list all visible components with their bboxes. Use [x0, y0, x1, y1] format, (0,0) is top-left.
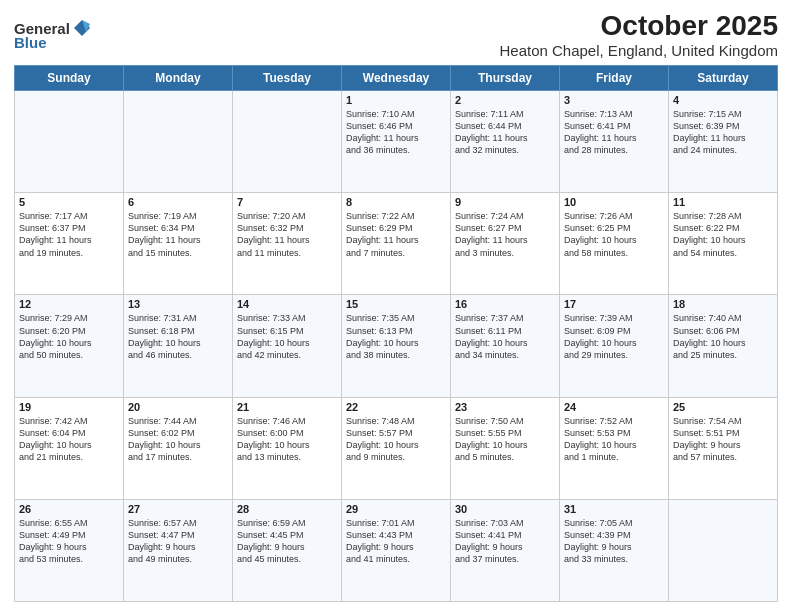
day-info: Sunrise: 7:33 AM Sunset: 6:15 PM Dayligh…	[237, 312, 337, 361]
day-number: 29	[346, 503, 446, 515]
header-monday: Monday	[124, 66, 233, 91]
day-info: Sunrise: 7:20 AM Sunset: 6:32 PM Dayligh…	[237, 210, 337, 259]
day-number: 15	[346, 298, 446, 310]
day-number: 28	[237, 503, 337, 515]
table-row: 13Sunrise: 7:31 AM Sunset: 6:18 PM Dayli…	[124, 295, 233, 397]
table-row: 17Sunrise: 7:39 AM Sunset: 6:09 PM Dayli…	[560, 295, 669, 397]
day-info: Sunrise: 7:03 AM Sunset: 4:41 PM Dayligh…	[455, 517, 555, 566]
day-number: 10	[564, 196, 664, 208]
week-row-1: 5Sunrise: 7:17 AM Sunset: 6:37 PM Daylig…	[15, 193, 778, 295]
day-info: Sunrise: 7:37 AM Sunset: 6:11 PM Dayligh…	[455, 312, 555, 361]
day-info: Sunrise: 7:31 AM Sunset: 6:18 PM Dayligh…	[128, 312, 228, 361]
table-row: 15Sunrise: 7:35 AM Sunset: 6:13 PM Dayli…	[342, 295, 451, 397]
day-info: Sunrise: 7:46 AM Sunset: 6:00 PM Dayligh…	[237, 415, 337, 464]
day-number: 22	[346, 401, 446, 413]
table-row: 12Sunrise: 7:29 AM Sunset: 6:20 PM Dayli…	[15, 295, 124, 397]
day-info: Sunrise: 7:50 AM Sunset: 5:55 PM Dayligh…	[455, 415, 555, 464]
table-row: 11Sunrise: 7:28 AM Sunset: 6:22 PM Dayli…	[669, 193, 778, 295]
table-row: 24Sunrise: 7:52 AM Sunset: 5:53 PM Dayli…	[560, 397, 669, 499]
day-info: Sunrise: 7:26 AM Sunset: 6:25 PM Dayligh…	[564, 210, 664, 259]
table-row: 28Sunrise: 6:59 AM Sunset: 4:45 PM Dayli…	[233, 499, 342, 601]
day-number: 27	[128, 503, 228, 515]
table-row: 3Sunrise: 7:13 AM Sunset: 6:41 PM Daylig…	[560, 91, 669, 193]
day-info: Sunrise: 7:19 AM Sunset: 6:34 PM Dayligh…	[128, 210, 228, 259]
table-row: 31Sunrise: 7:05 AM Sunset: 4:39 PM Dayli…	[560, 499, 669, 601]
table-row: 9Sunrise: 7:24 AM Sunset: 6:27 PM Daylig…	[451, 193, 560, 295]
table-row: 7Sunrise: 7:20 AM Sunset: 6:32 PM Daylig…	[233, 193, 342, 295]
table-row	[233, 91, 342, 193]
day-info: Sunrise: 6:57 AM Sunset: 4:47 PM Dayligh…	[128, 517, 228, 566]
header-saturday: Saturday	[669, 66, 778, 91]
table-row: 5Sunrise: 7:17 AM Sunset: 6:37 PM Daylig…	[15, 193, 124, 295]
table-row: 26Sunrise: 6:55 AM Sunset: 4:49 PM Dayli…	[15, 499, 124, 601]
day-number: 14	[237, 298, 337, 310]
day-info: Sunrise: 7:39 AM Sunset: 6:09 PM Dayligh…	[564, 312, 664, 361]
table-row: 16Sunrise: 7:37 AM Sunset: 6:11 PM Dayli…	[451, 295, 560, 397]
day-number: 16	[455, 298, 555, 310]
day-number: 9	[455, 196, 555, 208]
day-info: Sunrise: 7:15 AM Sunset: 6:39 PM Dayligh…	[673, 108, 773, 157]
table-row: 8Sunrise: 7:22 AM Sunset: 6:29 PM Daylig…	[342, 193, 451, 295]
day-number: 1	[346, 94, 446, 106]
day-number: 31	[564, 503, 664, 515]
page-title: October 2025	[499, 10, 778, 42]
header-friday: Friday	[560, 66, 669, 91]
day-info: Sunrise: 7:28 AM Sunset: 6:22 PM Dayligh…	[673, 210, 773, 259]
day-number: 13	[128, 298, 228, 310]
day-number: 23	[455, 401, 555, 413]
calendar-header-row: Sunday Monday Tuesday Wednesday Thursday…	[15, 66, 778, 91]
table-row: 14Sunrise: 7:33 AM Sunset: 6:15 PM Dayli…	[233, 295, 342, 397]
header-sunday: Sunday	[15, 66, 124, 91]
day-info: Sunrise: 7:35 AM Sunset: 6:13 PM Dayligh…	[346, 312, 446, 361]
day-number: 20	[128, 401, 228, 413]
header-wednesday: Wednesday	[342, 66, 451, 91]
table-row	[669, 499, 778, 601]
table-row: 18Sunrise: 7:40 AM Sunset: 6:06 PM Dayli…	[669, 295, 778, 397]
day-number: 26	[19, 503, 119, 515]
week-row-3: 19Sunrise: 7:42 AM Sunset: 6:04 PM Dayli…	[15, 397, 778, 499]
day-number: 19	[19, 401, 119, 413]
header-tuesday: Tuesday	[233, 66, 342, 91]
table-row: 19Sunrise: 7:42 AM Sunset: 6:04 PM Dayli…	[15, 397, 124, 499]
day-info: Sunrise: 7:05 AM Sunset: 4:39 PM Dayligh…	[564, 517, 664, 566]
header-thursday: Thursday	[451, 66, 560, 91]
day-info: Sunrise: 6:59 AM Sunset: 4:45 PM Dayligh…	[237, 517, 337, 566]
week-row-4: 26Sunrise: 6:55 AM Sunset: 4:49 PM Dayli…	[15, 499, 778, 601]
day-info: Sunrise: 7:24 AM Sunset: 6:27 PM Dayligh…	[455, 210, 555, 259]
calendar: Sunday Monday Tuesday Wednesday Thursday…	[14, 65, 778, 602]
day-number: 12	[19, 298, 119, 310]
day-info: Sunrise: 7:29 AM Sunset: 6:20 PM Dayligh…	[19, 312, 119, 361]
logo: General Blue	[14, 18, 92, 51]
day-info: Sunrise: 7:11 AM Sunset: 6:44 PM Dayligh…	[455, 108, 555, 157]
day-number: 6	[128, 196, 228, 208]
day-number: 24	[564, 401, 664, 413]
day-number: 30	[455, 503, 555, 515]
day-info: Sunrise: 7:54 AM Sunset: 5:51 PM Dayligh…	[673, 415, 773, 464]
day-number: 11	[673, 196, 773, 208]
table-row: 27Sunrise: 6:57 AM Sunset: 4:47 PM Dayli…	[124, 499, 233, 601]
day-info: Sunrise: 7:01 AM Sunset: 4:43 PM Dayligh…	[346, 517, 446, 566]
table-row: 23Sunrise: 7:50 AM Sunset: 5:55 PM Dayli…	[451, 397, 560, 499]
day-info: Sunrise: 7:40 AM Sunset: 6:06 PM Dayligh…	[673, 312, 773, 361]
table-row: 6Sunrise: 7:19 AM Sunset: 6:34 PM Daylig…	[124, 193, 233, 295]
day-number: 18	[673, 298, 773, 310]
day-info: Sunrise: 6:55 AM Sunset: 4:49 PM Dayligh…	[19, 517, 119, 566]
title-block: October 2025 Heaton Chapel, England, Uni…	[499, 10, 778, 59]
table-row	[15, 91, 124, 193]
day-number: 17	[564, 298, 664, 310]
page: General Blue October 2025 Heaton Chapel,…	[0, 0, 792, 612]
table-row: 2Sunrise: 7:11 AM Sunset: 6:44 PM Daylig…	[451, 91, 560, 193]
table-row	[124, 91, 233, 193]
table-row: 22Sunrise: 7:48 AM Sunset: 5:57 PM Dayli…	[342, 397, 451, 499]
day-number: 25	[673, 401, 773, 413]
table-row: 1Sunrise: 7:10 AM Sunset: 6:46 PM Daylig…	[342, 91, 451, 193]
table-row: 20Sunrise: 7:44 AM Sunset: 6:02 PM Dayli…	[124, 397, 233, 499]
table-row: 29Sunrise: 7:01 AM Sunset: 4:43 PM Dayli…	[342, 499, 451, 601]
day-number: 5	[19, 196, 119, 208]
logo-icon	[72, 18, 92, 38]
day-number: 4	[673, 94, 773, 106]
day-info: Sunrise: 7:17 AM Sunset: 6:37 PM Dayligh…	[19, 210, 119, 259]
week-row-2: 12Sunrise: 7:29 AM Sunset: 6:20 PM Dayli…	[15, 295, 778, 397]
table-row: 25Sunrise: 7:54 AM Sunset: 5:51 PM Dayli…	[669, 397, 778, 499]
day-number: 3	[564, 94, 664, 106]
